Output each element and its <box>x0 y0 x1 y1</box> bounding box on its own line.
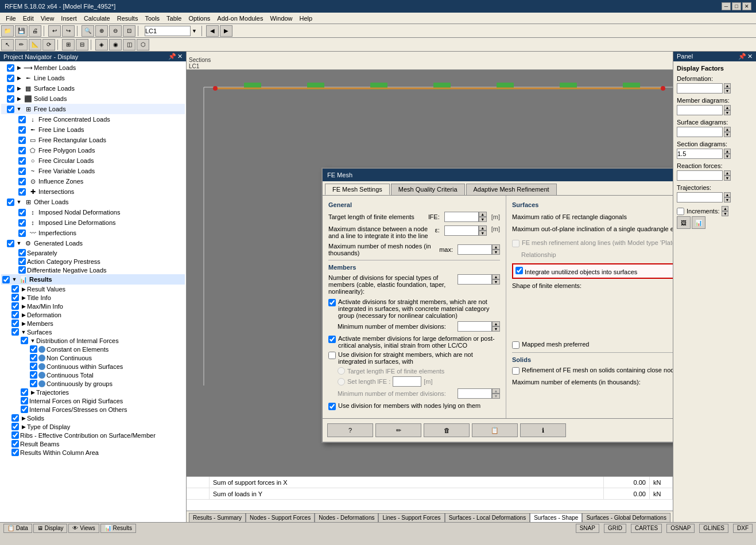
tab-lines-support[interactable]: Lines - Support Forces <box>378 513 444 522</box>
toolbar2-btn-2[interactable]: ✏ <box>15 39 28 50</box>
left-panel-close[interactable]: ✕ <box>177 53 183 60</box>
tree-item-max-min-info[interactable]: ▶ Max/Min Info <box>1 302 185 310</box>
min-member-div-up[interactable]: ▲ <box>492 388 500 394</box>
osnap-button[interactable]: OSNAP <box>666 524 695 533</box>
snap-button[interactable]: SNAP <box>576 524 599 533</box>
reaction-forces-down[interactable]: ▼ <box>724 176 731 181</box>
surface-diagrams-input[interactable] <box>677 127 723 137</box>
use-division-checkbox[interactable] <box>328 352 336 359</box>
increments-up[interactable]: ▲ <box>722 206 728 211</box>
toolbar-btn-8[interactable]: ⊡ <box>123 25 135 37</box>
menu-calculate[interactable]: Calculate <box>80 13 114 24</box>
member-diagrams-down[interactable]: ▼ <box>724 110 731 115</box>
max-distance-input[interactable]: 0.001 <box>444 225 479 236</box>
member-diagrams-up[interactable]: ▲ <box>724 105 731 110</box>
increments-down[interactable]: ▼ <box>722 211 728 216</box>
increments-checkbox[interactable] <box>677 208 684 215</box>
glines-button[interactable]: GLINES <box>699 524 728 533</box>
left-panel-pin[interactable]: 📌 <box>168 53 176 60</box>
target-length-radio[interactable] <box>338 367 345 375</box>
trajectories-up[interactable]: ▲ <box>724 192 731 197</box>
tree-item-non-continuous[interactable]: Non Continuous <box>1 353 185 362</box>
max-nodes-up[interactable]: ▲ <box>492 244 500 250</box>
tree-item-continuously-by-groups[interactable]: Continuously by groups <box>1 379 185 388</box>
surface-diagrams-down[interactable]: ▼ <box>724 132 731 137</box>
tree-item-free-conc[interactable]: ↓ Free Concentrated Loads <box>1 114 185 124</box>
toolbar-btn-7[interactable]: ⊖ <box>109 25 122 37</box>
tree-item-free-loads[interactable]: ▼ ⊞ Free Loads <box>1 104 185 114</box>
divisions-input[interactable]: 10 <box>458 274 492 285</box>
tree-item-imposed-line[interactable]: ↕ Imposed Line Deformations <box>1 217 185 228</box>
toolbar2-btn-7[interactable]: ◈ <box>95 39 108 50</box>
max-distance-up[interactable]: ▲ <box>479 225 487 231</box>
display-button[interactable]: 🖥 Display <box>33 524 68 533</box>
tree-item-line-loads[interactable]: ▶ ╾ Line Loads <box>1 73 185 83</box>
tree-item-surface-loads[interactable]: ▶ ▦ Surface Loads <box>1 83 185 94</box>
menu-table[interactable]: Table <box>163 13 185 24</box>
menu-results[interactable]: Results <box>114 13 142 24</box>
target-length-input[interactable]: 0.500 <box>444 212 479 222</box>
tree-item-generated-loads[interactable]: ▼ ⚙ Generated Loads <box>1 238 185 248</box>
tab-surfaces-global[interactable]: Surfaces - Global Deformations <box>582 513 670 522</box>
close-button[interactable]: ✕ <box>742 2 751 10</box>
tree-expand-deformation[interactable]: ▶ <box>20 312 27 318</box>
toolbar2-btn-9[interactable]: ◫ <box>123 39 135 50</box>
lc-input[interactable] <box>145 26 191 36</box>
tree-expand-trajectories[interactable]: ▶ <box>29 389 36 396</box>
tree-item-free-variable[interactable]: ~ Free Variable Loads <box>1 166 185 176</box>
toolbar2-btn-8[interactable]: ◉ <box>109 39 122 50</box>
tree-expand-member[interactable]: ▶ <box>15 64 22 71</box>
tree-item-constant[interactable]: Constant on Elements <box>1 345 185 353</box>
dxf-button[interactable]: DXF <box>733 524 753 533</box>
grid-button[interactable]: GRID <box>604 524 626 533</box>
tree-item-imperfections[interactable]: 〰 Imperfections <box>1 228 185 238</box>
refinement-checkbox[interactable] <box>512 367 519 375</box>
target-length-up[interactable]: ▲ <box>479 212 487 217</box>
toolbar-btn-redo[interactable]: ↪ <box>62 25 75 37</box>
use-nodes-checkbox[interactable] <box>328 403 336 410</box>
tree-item-surfaces[interactable]: ▼ Surfaces <box>1 328 185 336</box>
toolbar-btn-undo[interactable]: ↩ <box>48 25 61 37</box>
section-diagrams-up[interactable]: ▲ <box>724 149 731 154</box>
tree-expand-line[interactable]: ▶ <box>15 75 22 81</box>
max-nodes-input[interactable]: 500 <box>458 244 492 255</box>
modal-info-button[interactable]: ℹ <box>520 423 566 437</box>
tree-item-solid-loads[interactable]: ▶ ⬛ Solid Loads <box>1 94 185 104</box>
tree-item-action-category[interactable]: Action Category Prestress <box>1 257 185 266</box>
toolbar2-btn-4[interactable]: ⟳ <box>42 39 55 50</box>
tree-item-result-beams[interactable]: Result Beams <box>1 439 185 448</box>
member-diagrams-input[interactable] <box>677 105 723 115</box>
panel-icon-btn-2[interactable]: 📊 <box>692 216 705 229</box>
target-length-down[interactable]: ▼ <box>479 217 487 222</box>
tree-expand-other[interactable]: ▼ <box>15 198 22 205</box>
tree-item-free-polygon[interactable]: ⬠ Free Polygon Loads <box>1 145 185 155</box>
tree-item-free-circular[interactable]: ○ Free Circular Loads <box>1 155 185 166</box>
data-button[interactable]: 📋 Data <box>3 524 32 533</box>
views-button[interactable]: 👁 Views <box>68 524 99 533</box>
tree-item-solids[interactable]: ▶ Solids <box>1 414 185 422</box>
tree-item-continuous-total[interactable]: Continuous Total <box>1 371 185 379</box>
tree-item-member-loads[interactable]: ▶ ⟶ Member Loads <box>1 63 185 73</box>
divisions-up[interactable]: ▲ <box>492 274 500 279</box>
menu-window[interactable]: Window <box>266 13 296 24</box>
tree-item-result-values[interactable]: ▶ Result Values <box>1 285 185 293</box>
tree-item-free-line[interactable]: ╾ Free Line Loads <box>1 124 185 135</box>
integrate-checkbox[interactable] <box>515 267 523 274</box>
tree-item-other-loads[interactable]: ▼ ⊞ Other Loads <box>1 197 185 207</box>
tree-item-internal-other[interactable]: Internal Forces/Stresses on Others <box>1 405 185 414</box>
toolbar-btn-5[interactable]: 🔍 <box>82 25 94 37</box>
tab-nodes-deformations[interactable]: Nodes - Deformations <box>315 513 378 522</box>
lc-dropdown-arrow[interactable]: ▼ <box>192 28 197 34</box>
tree-item-trajectories[interactable]: ▶ Trajectories <box>1 388 185 396</box>
tab-nodes-support[interactable]: Nodes - Support Forces <box>246 513 315 522</box>
activate-large-checkbox[interactable] <box>328 336 336 343</box>
tree-expand-distribution[interactable]: ▼ <box>29 337 36 344</box>
mapped-mesh-checkbox[interactable] <box>512 341 519 349</box>
modal-help-button[interactable]: ? <box>327 423 373 437</box>
modal-edit-button[interactable]: ✏ <box>375 423 421 437</box>
toolbar-btn-6[interactable]: ⊕ <box>95 25 108 37</box>
min-divisions-up[interactable]: ▲ <box>492 321 500 326</box>
tree-item-intersections[interactable]: ✚ Intersections <box>1 186 185 197</box>
menu-tools[interactable]: Tools <box>141 13 163 24</box>
tree-item-internal-rigid[interactable]: Internal Forces on Rigid Surfaces <box>1 396 185 405</box>
